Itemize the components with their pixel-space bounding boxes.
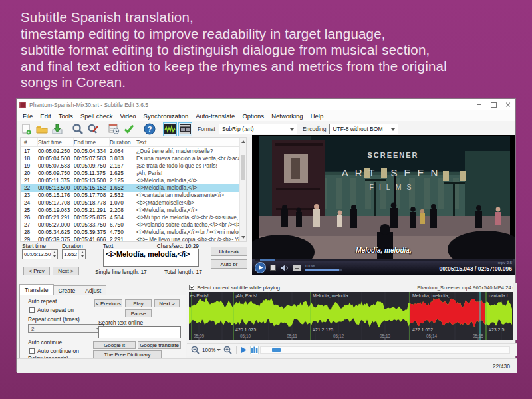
- tab-create[interactable]: Create: [53, 285, 81, 295]
- column-header-start-time[interactable]: Start time: [38, 138, 74, 146]
- subtitle-row-24[interactable]: 2400:05:17.70800:05:18.7781.070<b>¡Madem…: [21, 199, 246, 206]
- menu-video[interactable]: Video: [120, 112, 136, 120]
- google-translate-button[interactable]: Google translate: [138, 341, 181, 349]
- subtitle-row-21[interactable]: 2100:05:11.37500:05:13.5002.125<i>Melodí…: [21, 177, 246, 184]
- open-file-button[interactable]: [35, 122, 49, 136]
- next-subtitle-button[interactable]: Next >: [53, 267, 79, 275]
- maximize-icon: [491, 102, 497, 108]
- subtitle-edit-window: Phantom-Spanish-Mix30.srt - Subtitle Edi…: [16, 98, 516, 372]
- start-time-spinner[interactable]: 00:05:13.500: [22, 249, 58, 259]
- duration-label: Duration: [62, 243, 83, 249]
- waveform-hscrollbar[interactable]: [260, 346, 510, 354]
- auto-continue-checkbox[interactable]: [29, 348, 35, 354]
- subtitle-row-17[interactable]: 1700:05:02.25000:05:04.3342.084¿Qué tien…: [21, 147, 246, 154]
- zoom-level-select[interactable]: 100%: [202, 347, 221, 353]
- menu-help[interactable]: Help: [311, 112, 324, 120]
- help-button[interactable]: ?: [142, 122, 156, 136]
- play-selection-icon[interactable]: [241, 346, 247, 354]
- column-header-end-time[interactable]: End time: [74, 138, 110, 146]
- format-select[interactable]: SubRip (.srt): [219, 124, 297, 134]
- close-button[interactable]: [501, 99, 515, 110]
- zoom-in-icon[interactable]: [223, 346, 232, 354]
- menu-auto-translate[interactable]: Auto-translate: [196, 112, 235, 120]
- play-icon[interactable]: [255, 262, 266, 273]
- column-header-[interactable]: #: [21, 138, 38, 146]
- find-button[interactable]: [70, 122, 84, 136]
- tab-adjust[interactable]: Adjust: [80, 285, 106, 295]
- subtitle-row-18[interactable]: 1800:05:04.50000:05:07.5833.083Es una nu…: [21, 154, 246, 162]
- cell-start: 00:05:21.291: [38, 214, 74, 221]
- replace-button[interactable]: [86, 122, 100, 136]
- subtitle-row-19[interactable]: 1900:05:07.58300:05:09.7502.167¡Se trata…: [21, 162, 246, 169]
- cell-end: 00:05:11.375: [74, 170, 110, 176]
- video-icon: [180, 124, 191, 134]
- save-button[interactable]: [50, 122, 64, 136]
- list-scrollbar[interactable]: [239, 138, 246, 241]
- chevron-down-icon: [391, 128, 395, 131]
- google-it-button[interactable]: Google it: [93, 341, 136, 349]
- scroll-thumb[interactable]: [241, 155, 245, 180]
- waveform-view[interactable]: es París!¡Ah, París!Melodía, melodía...M…: [189, 292, 513, 340]
- mute-icon[interactable]: [280, 264, 289, 272]
- subtitle-row-28[interactable]: 2800:05:34.62500:05:39.3754.750<i>Melodí…: [21, 229, 246, 236]
- auto-repeat-checkbox[interactable]: [29, 307, 35, 313]
- subtitle-row-20[interactable]: 2000:05:09.75000:05:11.3751.625¡Ah, Parí…: [21, 169, 246, 176]
- column-header-text[interactable]: Text: [136, 138, 246, 146]
- volume-slider[interactable]: [305, 269, 342, 271]
- spinner-arrows-icon[interactable]: [51, 250, 57, 259]
- waveform-scrollbar[interactable]: [513, 283, 517, 340]
- toggle-video-button[interactable]: [178, 122, 192, 136]
- scroll-up-icon[interactable]: [241, 140, 245, 143]
- next-button[interactable]: Next >: [154, 299, 180, 307]
- menu-spell-check[interactable]: Spell check: [80, 112, 113, 120]
- settings-button[interactable]: [106, 122, 120, 136]
- new-file-button[interactable]: [19, 122, 33, 136]
- toggle-waveform-button[interactable]: [163, 122, 177, 136]
- encoding-select[interactable]: UTF-8 without BOM: [329, 124, 398, 134]
- duration-spinner[interactable]: 1.652: [62, 249, 86, 259]
- free-dictionary-button[interactable]: The Free Dictionary: [93, 350, 162, 358]
- zoom-out-icon[interactable]: [191, 346, 200, 354]
- cell-start: 00:05:19.083: [38, 207, 74, 213]
- vertical-zoom-icon[interactable]: [250, 346, 259, 354]
- subtitle-row-23[interactable]: 2300:05:15.17600:05:17.7082.532<i>cantad…: [21, 192, 246, 199]
- menu-edit[interactable]: Edit: [40, 112, 51, 120]
- tab-translate[interactable]: Translate: [19, 284, 54, 295]
- subtitle-row-22[interactable]: 2200:05:13.50000:05:15.1521.652<i>Melodí…: [21, 184, 246, 192]
- repeat-count-select[interactable]: 2: [28, 324, 104, 333]
- cell-text: <i>Mi tipo de melodía,</i><br /><i>suave…: [136, 214, 246, 221]
- cell-dur: 1.652: [110, 184, 136, 191]
- subtitle-text-input[interactable]: <i>Melodía, melodía,</i>: [103, 249, 199, 267]
- fix-errors-button[interactable]: [122, 122, 136, 136]
- subtitle-row-27[interactable]: 2700:05:27.00000:05:33.7506.750<i>Voland…: [21, 221, 246, 228]
- unbreak-button[interactable]: Unbreak: [211, 247, 247, 256]
- menu-networking[interactable]: Networking: [271, 112, 303, 120]
- volume-control[interactable]: 100%: [305, 264, 342, 271]
- menu-options[interactable]: Options: [242, 112, 264, 120]
- column-header-duration[interactable]: Duration: [110, 138, 136, 146]
- select-current-subtitle-checkbox[interactable]: [189, 285, 194, 290]
- prev-subtitle-button[interactable]: < Prev: [23, 267, 50, 275]
- menu-file[interactable]: File: [23, 112, 33, 120]
- scroll-down-icon[interactable]: [241, 236, 245, 239]
- menu-tools[interactable]: Tools: [59, 112, 73, 120]
- spinner-arrows-icon[interactable]: [78, 250, 85, 259]
- intro-line: and final text edition to keep the rhyme…: [21, 59, 447, 75]
- search-text-input[interactable]: [98, 326, 181, 338]
- minimize-button[interactable]: [471, 99, 486, 110]
- menu-synchronization[interactable]: Synchronization: [144, 112, 189, 120]
- cell-dur: 2.208: [110, 207, 136, 213]
- hscroll-thumb[interactable]: [272, 348, 281, 352]
- subtitle-row-25[interactable]: 2500:05:19.08300:05:21.2912.208<i>Melodí…: [21, 206, 246, 213]
- subtitle-toggle-icon[interactable]: [293, 265, 301, 271]
- auto-br-button[interactable]: Auto br: [211, 259, 247, 269]
- waveform-time-tick: 05:12: [333, 334, 344, 338]
- stop-icon[interactable]: [270, 265, 276, 271]
- previous-button[interactable]: < Previous: [94, 299, 122, 307]
- select-current-subtitle-label: Select current subtitle while playing: [197, 285, 280, 291]
- maximize-button[interactable]: [486, 99, 501, 110]
- subtitle-row-26[interactable]: 2600:05:21.29100:05:25.8754.584<i>Mi tip…: [21, 213, 246, 221]
- cell-start: 00:05:02.250: [38, 148, 74, 154]
- pause-button[interactable]: Pause: [125, 309, 152, 317]
- play-button[interactable]: Play: [125, 299, 152, 307]
